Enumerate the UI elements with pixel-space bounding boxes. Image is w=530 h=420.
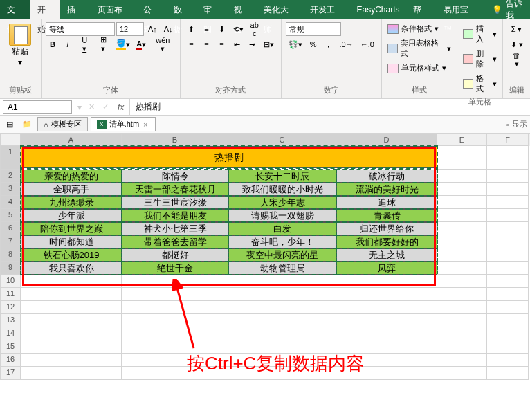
cell[interactable] [228, 275, 336, 288]
increase-decimal-button[interactable]: .0→ [337, 37, 356, 51]
align-middle-button[interactable]: ≡ [200, 22, 214, 36]
clear-button[interactable]: 🗑 ▾ [507, 53, 526, 66]
row-header[interactable]: 10 [0, 275, 21, 288]
fill-button[interactable]: ⬇ ▾ [507, 37, 526, 51]
row-header[interactable]: 12 [0, 301, 21, 314]
merge-button[interactable]: ⊟▾ [261, 37, 277, 51]
underline-button[interactable]: U ▾ [76, 37, 93, 51]
cell[interactable]: 都挺好 [122, 248, 228, 262]
cell[interactable] [336, 327, 437, 340]
cell[interactable] [487, 196, 529, 209]
cell[interactable] [437, 288, 487, 301]
cell[interactable] [487, 209, 529, 222]
number-format-select[interactable] [286, 22, 341, 36]
cell[interactable] [21, 275, 122, 288]
font-name-select[interactable] [46, 22, 115, 36]
cell[interactable]: 奋斗吧，少年！ [228, 235, 336, 248]
cell[interactable] [21, 288, 122, 301]
cell[interactable] [487, 354, 529, 367]
cell[interactable] [437, 196, 487, 209]
cell[interactable] [437, 340, 487, 354]
cell-styles-button[interactable]: 单元格样式▾ [386, 62, 453, 75]
tab-review[interactable]: 审阅 [197, 0, 227, 19]
row-header[interactable]: 13 [0, 314, 21, 327]
file-menu[interactable]: 文件 [0, 0, 30, 19]
tab-easycharts[interactable]: EasyCharts [349, 0, 406, 19]
cell[interactable] [437, 222, 487, 235]
cell[interactable] [437, 183, 487, 196]
cell[interactable]: 流淌的美好时光 [336, 183, 437, 196]
cell[interactable]: 九州缥缈录 [21, 196, 122, 209]
cell[interactable]: 请赐我一双翅膀 [228, 209, 336, 222]
show-toggle-icon[interactable]: ▫ [506, 120, 509, 129]
tab-data[interactable]: 数据 [167, 0, 197, 19]
tab-beautify[interactable]: 美化大师 [257, 0, 303, 19]
cell[interactable]: 绝世千金 [122, 262, 228, 275]
cell[interactable]: 致我们暖暖的小时光 [228, 183, 336, 196]
row-header[interactable]: 14 [0, 327, 21, 340]
cell[interactable] [21, 301, 122, 314]
cell[interactable]: 无主之城 [336, 248, 437, 262]
align-left-button[interactable]: ≡ [185, 37, 199, 51]
cancel-formula-button[interactable]: ✕ [84, 100, 98, 114]
format-as-table-button[interactable]: 套用表格格式▾ [386, 37, 453, 60]
increase-font-button[interactable]: A↑ [145, 22, 160, 36]
cell-title[interactable]: 热播剧 [21, 146, 437, 168]
cell[interactable] [437, 314, 487, 327]
new-tab-button[interactable]: + [158, 118, 172, 131]
cell[interactable] [437, 248, 487, 262]
fx-icon[interactable]: fx [112, 102, 129, 112]
row-header[interactable]: 17 [0, 367, 21, 380]
cell[interactable] [336, 288, 437, 301]
row-header[interactable]: 5 [0, 209, 21, 222]
align-center-button[interactable]: ≡ [200, 37, 214, 51]
cell[interactable] [336, 301, 437, 314]
cell[interactable]: 陈情令 [122, 170, 228, 183]
font-size-select[interactable] [116, 22, 144, 36]
cell[interactable] [122, 314, 228, 327]
row-header[interactable]: 6 [0, 222, 21, 235]
col-header-b[interactable]: B [122, 134, 228, 146]
cell[interactable] [487, 183, 529, 196]
decrease-font-button[interactable]: A↓ [161, 22, 176, 36]
insert-cells-button[interactable]: 插入▾ [462, 22, 499, 46]
border-button[interactable]: ⊞ ▾ [94, 37, 112, 51]
select-all-corner[interactable] [0, 134, 21, 146]
indent-right-button[interactable]: ⇥ [246, 37, 259, 51]
cell[interactable]: 神犬小七第三季 [122, 222, 228, 235]
cell[interactable] [122, 301, 228, 314]
cell[interactable] [437, 209, 487, 222]
col-header-d[interactable]: D [336, 134, 437, 146]
template-tab[interactable]: ⌂ 模板专区 [37, 117, 88, 131]
cell[interactable]: 全职高手 [21, 183, 122, 196]
cell[interactable] [487, 301, 529, 314]
indent-left-button[interactable]: ⇤ [230, 37, 244, 51]
cell[interactable] [487, 327, 529, 340]
delete-cells-button[interactable]: 删除▾ [462, 47, 499, 71]
decrease-decimal-button[interactable]: ←.0 [358, 37, 377, 51]
cell[interactable]: 铁石心肠2019 [21, 248, 122, 262]
tab-help[interactable]: 帮助 [406, 0, 437, 19]
cell[interactable]: 陪你到世界之巅 [21, 222, 122, 235]
file-tab[interactable]: X 清单.htm × [91, 117, 156, 131]
tab-view[interactable]: 视图 [227, 0, 257, 19]
cell[interactable] [487, 170, 529, 183]
orientation-button[interactable]: ⟲▾ [230, 22, 246, 36]
cell[interactable] [21, 327, 122, 340]
cell[interactable] [487, 314, 529, 327]
cell[interactable] [437, 170, 487, 183]
cell[interactable] [21, 314, 122, 327]
cell[interactable] [228, 327, 336, 340]
cell[interactable] [122, 275, 228, 288]
cell[interactable]: 天雷一部之春花秋月 [122, 183, 228, 196]
cell[interactable] [487, 275, 529, 288]
cell[interactable] [21, 340, 122, 354]
phonetic-button[interactable]: wén ▾ [150, 37, 175, 51]
currency-button[interactable]: 💱▾ [286, 37, 305, 51]
row-header[interactable]: 9 [0, 262, 21, 275]
row-header-1[interactable]: 1 [0, 146, 21, 170]
confirm-formula-button[interactable]: ✓ [98, 100, 112, 114]
cell[interactable] [228, 301, 336, 314]
cell[interactable] [487, 248, 529, 262]
font-color-button[interactable]: A▾ [134, 37, 149, 51]
